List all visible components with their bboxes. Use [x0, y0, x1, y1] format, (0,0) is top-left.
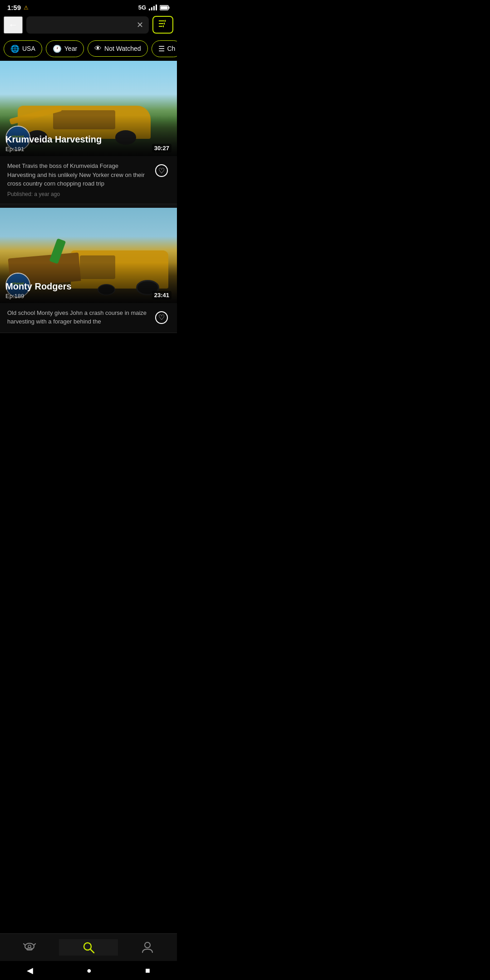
video-title-2: Monty Rodgers — [5, 281, 172, 292]
eye-icon: 👁 — [94, 44, 102, 53]
pill-country-label: USA — [22, 45, 35, 52]
signal-icon — [149, 5, 157, 10]
pill-watched-label: Not Watched — [104, 45, 141, 52]
video-title-1: Krumveida Harvesting — [5, 134, 172, 145]
video-text-1: Meet Travis the boss of Krumveida Forage… — [7, 162, 153, 197]
clear-icon[interactable]: ✕ — [137, 20, 143, 30]
video-overlay-2: Monty Rodgers Ep:189 — [0, 263, 177, 303]
video-duration-1: 30:27 — [152, 144, 172, 152]
pill-year-label: Year — [64, 45, 77, 52]
filter-button[interactable] — [152, 16, 173, 34]
heart-icon-1: ♡ — [155, 164, 168, 177]
like-button-2[interactable]: ♡ — [153, 309, 170, 326]
pill-category-label: Ch — [167, 45, 176, 52]
battery-icon — [160, 5, 170, 10]
status-icons: 5G — [138, 4, 170, 11]
video-list: STRAIGHT6 Krumveida Harvesting Ep:191 30… — [0, 61, 177, 333]
search-bar: ← ✕ — [0, 13, 177, 36]
back-button[interactable]: ← — [4, 16, 23, 34]
pill-country[interactable]: 🌐 USA — [4, 40, 42, 57]
clock-icon: 🕐 — [53, 44, 62, 53]
video-info-2: Old school Monty gives John a crash cour… — [0, 303, 177, 333]
search-input-wrap: ✕ — [26, 16, 149, 34]
video-episode-2: Ep:189 — [5, 293, 172, 299]
search-input[interactable] — [32, 21, 137, 29]
video-info-1: Meet Travis the boss of Krumveida Forage… — [0, 156, 177, 204]
pill-year[interactable]: 🕐 Year — [46, 40, 84, 57]
globe-icon: 🌐 — [10, 44, 20, 53]
video-published-1: Published: a year ago — [7, 191, 153, 197]
video-desc-1: Meet Travis the boss of Krumveida Forage… — [7, 162, 153, 188]
like-button-1[interactable]: ♡ — [153, 162, 170, 179]
filter-pills: 🌐 USA 🕐 Year 👁 Not Watched ☰ Ch — [0, 36, 177, 61]
video-episode-1: Ep:191 — [5, 146, 172, 152]
video-overlay-1: Krumveida Harvesting Ep:191 — [0, 116, 177, 156]
video-desc-2: Old school Monty gives John a crash cour… — [7, 309, 153, 326]
video-thumbnail-2: STRAIGHT6 Monty Rodgers Ep:189 23:41 — [0, 208, 177, 303]
video-duration-2: 23:41 — [152, 291, 172, 299]
video-thumbnail-1: STRAIGHT6 Krumveida Harvesting Ep:191 30… — [0, 61, 177, 156]
video-text-2: Old school Monty gives John a crash cour… — [7, 309, 153, 326]
list-icon: ☰ — [158, 44, 165, 53]
network-label: 5G — [138, 4, 146, 11]
pill-category[interactable]: ☰ Ch — [152, 40, 177, 57]
status-time: 1:59 — [7, 4, 21, 11]
video-card-2[interactable]: STRAIGHT6 Monty Rodgers Ep:189 23:41 Old… — [0, 208, 177, 333]
pill-watched[interactable]: 👁 Not Watched — [88, 40, 147, 57]
status-bar: 1:59 ⚠ 5G — [0, 0, 177, 13]
svg-rect-1 — [169, 6, 170, 9]
filter-icon — [158, 20, 168, 28]
warning-icon: ⚠ — [24, 5, 29, 11]
video-card-1[interactable]: STRAIGHT6 Krumveida Harvesting Ep:191 30… — [0, 61, 177, 204]
svg-rect-2 — [161, 6, 168, 9]
heart-icon-2: ♡ — [155, 311, 168, 324]
